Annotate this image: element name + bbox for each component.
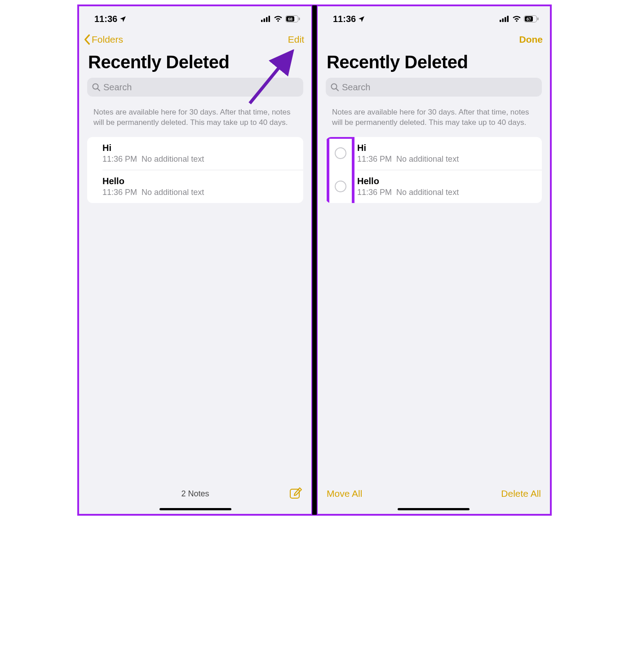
search-input[interactable]: Search <box>326 78 542 97</box>
home-indicator[interactable] <box>398 508 470 510</box>
svg-line-9 <box>97 88 100 91</box>
status-icons: 67 <box>500 15 539 22</box>
note-subtitle: 11:36 PM No additional text <box>357 188 542 197</box>
phone-divider <box>312 5 317 515</box>
note-row[interactable]: Hello 11:36 PM No additional text <box>326 170 542 203</box>
svg-rect-13 <box>500 20 501 22</box>
back-label: Folders <box>92 34 123 45</box>
svg-rect-7 <box>299 18 300 20</box>
note-row[interactable]: Hi 11:36 PM No additional text <box>87 137 303 170</box>
back-button[interactable]: Folders <box>84 34 123 45</box>
svg-text:68: 68 <box>288 17 292 22</box>
note-title: Hello <box>357 176 542 186</box>
cellular-icon <box>261 16 271 22</box>
location-icon <box>119 15 127 23</box>
note-title: Hello <box>102 176 296 186</box>
edit-button[interactable]: Edit <box>288 34 304 45</box>
compose-icon[interactable] <box>289 487 302 500</box>
page-title: Recently Deleted <box>79 49 311 78</box>
search-placeholder: Search <box>103 82 132 93</box>
status-bar: 11:36 67 <box>318 6 550 28</box>
wifi-icon <box>274 16 283 22</box>
home-indicator[interactable] <box>159 508 231 510</box>
phone-right: 11:36 67 Done Recently Deleted Search No… <box>317 5 551 515</box>
note-subtitle: 11:36 PM No additional text <box>357 155 542 164</box>
wifi-icon <box>512 16 521 22</box>
search-placeholder: Search <box>342 82 370 93</box>
nav-bar: Done <box>318 28 550 49</box>
note-row[interactable]: Hi 11:36 PM No additional text <box>326 137 542 170</box>
done-button[interactable]: Done <box>519 34 543 45</box>
note-row[interactable]: Hello 11:36 PM No additional text <box>87 170 303 203</box>
notes-list: Hi 11:36 PM No additional text Hello 11:… <box>87 137 303 203</box>
delete-all-button[interactable]: Delete All <box>501 488 541 499</box>
nav-bar: Folders Edit <box>79 28 311 49</box>
svg-rect-1 <box>264 18 266 22</box>
chevron-left-icon <box>84 34 91 45</box>
search-icon <box>330 83 339 92</box>
status-bar: 11:36 68 <box>79 6 311 28</box>
svg-rect-3 <box>269 16 270 22</box>
svg-text:67: 67 <box>527 17 531 22</box>
svg-line-22 <box>336 88 338 91</box>
note-subtitle: 11:36 PM No additional text <box>102 188 296 197</box>
info-text: Notes are available here for 30 days. Af… <box>318 101 550 134</box>
svg-rect-0 <box>261 20 263 22</box>
phone-left: 11:36 68 Folders Edit Recently Deleted S… <box>78 5 312 515</box>
battery-icon: 68 <box>285 15 301 22</box>
svg-rect-16 <box>507 16 509 22</box>
move-all-button[interactable]: Move All <box>327 488 362 499</box>
location-icon <box>358 15 365 23</box>
svg-rect-20 <box>537 18 539 20</box>
status-time: 11:36 <box>94 14 127 24</box>
note-title: Hi <box>102 143 296 153</box>
status-icons: 68 <box>261 15 301 22</box>
search-input[interactable]: Search <box>87 78 303 97</box>
search-icon <box>92 83 101 92</box>
svg-rect-14 <box>502 18 504 22</box>
select-circle[interactable] <box>335 181 346 192</box>
svg-rect-2 <box>266 17 268 22</box>
select-circle[interactable] <box>335 147 346 159</box>
battery-icon: 67 <box>524 15 539 22</box>
svg-rect-15 <box>505 17 506 22</box>
info-text: Notes are available here for 30 days. Af… <box>79 101 311 134</box>
page-title: Recently Deleted <box>318 49 550 78</box>
notes-list: Hi 11:36 PM No additional text Hello 11:… <box>326 137 542 203</box>
status-time: 11:36 <box>333 14 365 24</box>
note-subtitle: 11:36 PM No additional text <box>102 155 296 164</box>
note-title: Hi <box>357 143 542 153</box>
cellular-icon <box>500 16 509 22</box>
notes-count: 2 Notes <box>102 489 289 499</box>
